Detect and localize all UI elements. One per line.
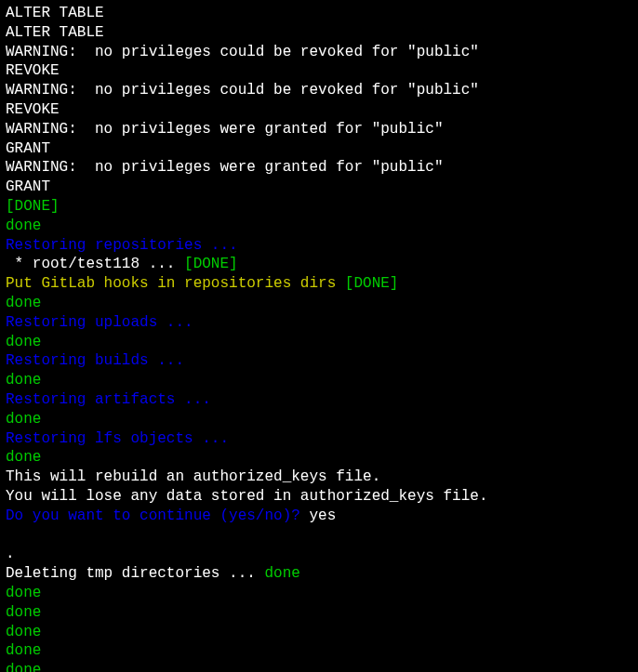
terminal-text-segment: REVOKE bbox=[6, 101, 60, 118]
terminal-line: Restoring lfs objects ... bbox=[6, 429, 632, 449]
terminal-text-segment: * root/test118 ... bbox=[6, 256, 184, 272]
terminal-line: * root/test118 ... [DONE] bbox=[6, 255, 632, 274]
terminal-line: done bbox=[6, 333, 632, 352]
terminal-line: Deleting tmp directories ... done bbox=[6, 564, 632, 584]
terminal-line: GRANT bbox=[6, 178, 632, 197]
terminal-line: REVOKE bbox=[6, 100, 632, 120]
terminal-text-segment: Restoring uploads ... bbox=[6, 314, 193, 331]
terminal-output: ALTER TABLEALTER TABLEWARNING: no privil… bbox=[6, 4, 632, 672]
terminal-text-segment bbox=[6, 527, 15, 544]
terminal-line: This will rebuild an authorized_keys fil… bbox=[6, 468, 632, 487]
terminal-line: done bbox=[6, 448, 632, 468]
terminal-text-segment: done bbox=[6, 642, 41, 659]
terminal-text-segment: Restoring repositories ... bbox=[6, 237, 238, 254]
terminal-text-segment: WARNING: no privileges were granted for … bbox=[6, 121, 443, 138]
terminal-line: WARNING: no privileges could be revoked … bbox=[6, 43, 632, 62]
terminal-text-segment: done bbox=[6, 624, 41, 640]
terminal-line: You will lose any data stored in authori… bbox=[6, 487, 632, 507]
terminal-text-segment: This will rebuild an authorized_keys fil… bbox=[6, 468, 380, 485]
terminal-line: done bbox=[6, 661, 632, 672]
terminal-line: GRANT bbox=[6, 139, 632, 159]
terminal-text-segment: Restoring lfs objects ... bbox=[6, 430, 229, 447]
terminal-line: REVOKE bbox=[6, 61, 632, 81]
terminal-text-segment: ALTER TABLE bbox=[6, 24, 104, 41]
terminal-line: [DONE] bbox=[6, 197, 632, 217]
terminal-text-segment: GRANT bbox=[6, 178, 50, 195]
terminal-text-segment: done bbox=[6, 604, 41, 621]
terminal-line: Restoring builds ... bbox=[6, 351, 632, 371]
terminal-text-segment: done bbox=[6, 217, 41, 234]
terminal-line: WARNING: no privileges were granted for … bbox=[6, 158, 632, 178]
terminal-text-segment: . bbox=[6, 546, 15, 562]
terminal-text-segment: Restoring builds ... bbox=[6, 352, 184, 369]
terminal-line: ALTER TABLE bbox=[6, 4, 632, 23]
terminal-text-segment: done bbox=[6, 662, 41, 672]
terminal-line: Do you want to continue (yes/no)? yes bbox=[6, 507, 632, 526]
terminal-text-segment: ALTER TABLE bbox=[6, 5, 104, 21]
terminal-line: Restoring uploads ... bbox=[6, 313, 632, 333]
terminal-text-segment: You will lose any data stored in authori… bbox=[6, 488, 487, 505]
terminal-line: done bbox=[6, 584, 632, 603]
terminal-text-segment: Deleting tmp directories ... bbox=[6, 565, 264, 582]
terminal-line: . bbox=[6, 545, 632, 564]
terminal-line: done bbox=[6, 623, 632, 642]
terminal-line: done bbox=[6, 294, 632, 313]
terminal-line: done bbox=[6, 410, 632, 429]
terminal-line: Restoring artifacts ... bbox=[6, 390, 632, 410]
terminal-text-segment: [DONE] bbox=[345, 275, 399, 292]
terminal-text-segment: done bbox=[6, 372, 41, 389]
terminal-line: done bbox=[6, 371, 632, 390]
terminal-line: done bbox=[6, 603, 632, 623]
terminal-line: WARNING: no privileges could be revoked … bbox=[6, 81, 632, 100]
terminal-text-segment: done bbox=[264, 565, 299, 582]
terminal-text-segment: yes bbox=[309, 507, 336, 524]
terminal-text-segment: Put GitLab hooks in repositories dirs bbox=[6, 275, 345, 292]
terminal-text-segment: done bbox=[6, 295, 41, 311]
terminal-text-segment: WARNING: no privileges were granted for … bbox=[6, 159, 443, 176]
terminal-text-segment: WARNING: no privileges could be revoked … bbox=[6, 44, 479, 60]
terminal-text-segment: REVOKE bbox=[6, 62, 60, 79]
terminal-line: done bbox=[6, 641, 632, 661]
terminal-text-segment: [DONE] bbox=[6, 198, 60, 215]
terminal-text-segment: done bbox=[6, 585, 41, 601]
terminal-text-segment: done bbox=[6, 334, 41, 350]
terminal-text-segment: WARNING: no privileges could be revoked … bbox=[6, 82, 479, 99]
terminal-text-segment: done bbox=[6, 449, 41, 466]
terminal-line: done bbox=[6, 217, 632, 236]
terminal-line bbox=[6, 526, 632, 546]
terminal-line: Restoring repositories ... bbox=[6, 236, 632, 256]
terminal-text-segment: Do you want to continue (yes/no)? bbox=[6, 507, 309, 524]
terminal-line: ALTER TABLE bbox=[6, 23, 632, 43]
terminal-text-segment: GRANT bbox=[6, 140, 50, 157]
terminal-line: Put GitLab hooks in repositories dirs [D… bbox=[6, 274, 632, 294]
terminal-text-segment: Restoring artifacts ... bbox=[6, 391, 211, 408]
terminal-text-segment: [DONE] bbox=[184, 256, 238, 272]
terminal-line: WARNING: no privileges were granted for … bbox=[6, 120, 632, 139]
terminal-text-segment: done bbox=[6, 411, 41, 428]
